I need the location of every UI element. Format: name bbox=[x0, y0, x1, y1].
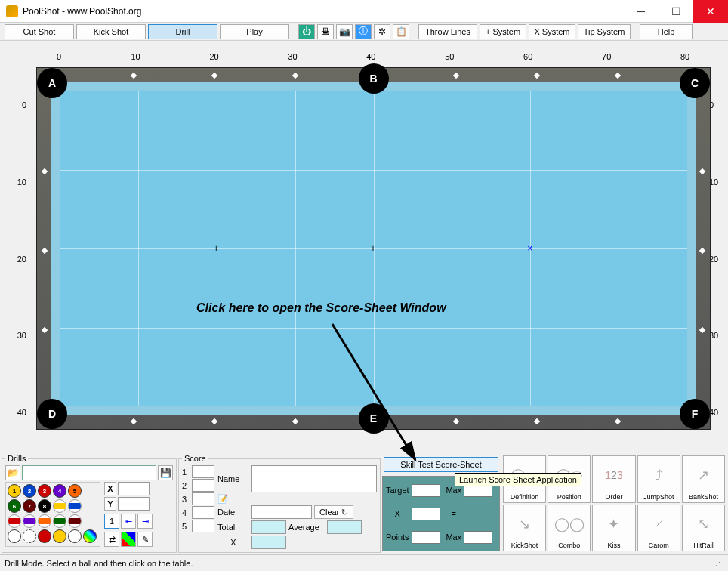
center-spot: + bbox=[371, 245, 377, 252]
help-button[interactable]: Help bbox=[640, 24, 693, 39]
total-output bbox=[251, 520, 286, 534]
skill-test-button[interactable]: Skill Test Score-Sheet bbox=[384, 457, 498, 472]
drills-panel: Drills 📂 💾 1 2 3 4 5 6 7 8 9 10 11 12 bbox=[2, 454, 177, 553]
status-text: Drill Mode. Select a ball and then click… bbox=[5, 559, 193, 568]
shot-order[interactable]: 123Order bbox=[592, 455, 635, 503]
mult-input[interactable] bbox=[412, 508, 440, 520]
ball-palette: 1 2 3 4 5 6 7 8 9 10 11 12 13 14 15 bbox=[5, 482, 100, 547]
bottom-panels: Drills 📂 💾 1 2 3 4 5 6 7 8 9 10 11 12 bbox=[0, 452, 728, 554]
ball-7[interactable]: 7 bbox=[23, 499, 36, 513]
average-output bbox=[327, 520, 362, 534]
date-input[interactable] bbox=[251, 505, 312, 519]
x-input[interactable] bbox=[118, 482, 150, 495]
drill-combo[interactable] bbox=[22, 465, 156, 480]
save-icon[interactable]: 💾 bbox=[158, 465, 173, 480]
ball-12[interactable]: 12 bbox=[23, 514, 36, 528]
resize-grip[interactable]: ⋰ bbox=[715, 558, 723, 568]
calc-grid: Target Max X = Points Max bbox=[382, 476, 500, 551]
drill-button[interactable]: Drill bbox=[148, 24, 217, 39]
print-icon[interactable]: 🖶 bbox=[317, 24, 334, 39]
ball-2[interactable]: 2 bbox=[23, 484, 36, 498]
score-1[interactable] bbox=[192, 465, 214, 478]
window-title: PoolShot - www.PoolShot.org bbox=[23, 6, 141, 17]
ball-15[interactable]: 15 bbox=[68, 514, 82, 528]
name-input[interactable] bbox=[251, 465, 377, 492]
power-icon[interactable]: ⏻ bbox=[298, 24, 315, 39]
ball-1[interactable]: 1 bbox=[8, 484, 21, 498]
ball-8[interactable]: 8 bbox=[38, 499, 51, 513]
tip-system-button[interactable]: Tip System bbox=[578, 24, 631, 39]
plus-system-button[interactable]: + System bbox=[480, 24, 526, 39]
ball-9[interactable]: 9 bbox=[53, 499, 66, 513]
ruler-left: 0 10 20 30 40 bbox=[0, 71, 30, 437]
shot-jumpshot[interactable]: ⤴JumpShot bbox=[637, 455, 680, 503]
prev-icon[interactable]: ⇤ bbox=[121, 514, 136, 529]
cut-shot-button[interactable]: Cut Shot bbox=[5, 24, 74, 39]
shot-carom[interactable]: ⟋Carom bbox=[637, 505, 680, 552]
pocket-a: A bbox=[37, 68, 67, 98]
page-num[interactable]: 1 bbox=[104, 514, 119, 529]
cue-ball[interactable] bbox=[8, 529, 21, 543]
score-2[interactable] bbox=[192, 479, 214, 492]
camera-icon[interactable]: 📷 bbox=[336, 24, 353, 39]
shots-panel: ◯→Definition ◯◌Position 123Order ⤴JumpSh… bbox=[501, 454, 726, 553]
maximize-button[interactable]: ☐ bbox=[659, 0, 693, 23]
table-area: 0 10 20 30 40 50 60 70 80 0 10 20 30 40 … bbox=[0, 41, 728, 445]
max2-input[interactable] bbox=[464, 531, 492, 544]
app-icon bbox=[6, 5, 18, 17]
edit-icon[interactable]: ✎ bbox=[137, 532, 153, 547]
kick-shot-button[interactable]: Kick Shot bbox=[76, 24, 146, 39]
notes-icon[interactable]: 📋 bbox=[393, 24, 409, 39]
ball-4[interactable]: 4 bbox=[53, 484, 66, 498]
x-output bbox=[251, 536, 286, 549]
play-button[interactable]: Play bbox=[220, 24, 289, 39]
status-bar: Drill Mode. Select a ball and then click… bbox=[0, 554, 728, 571]
shot-kiss[interactable]: ✦Kiss bbox=[592, 505, 635, 552]
clear-button[interactable]: Clear ↻ bbox=[314, 505, 353, 519]
y-input[interactable] bbox=[118, 497, 150, 511]
ball-5[interactable]: 5 bbox=[68, 484, 82, 498]
ball-3[interactable]: 3 bbox=[38, 484, 51, 498]
ghost-ball[interactable] bbox=[23, 529, 36, 543]
score-5[interactable] bbox=[192, 520, 214, 532]
settings-icon[interactable]: ✲ bbox=[374, 24, 390, 39]
pocket-e: E bbox=[359, 403, 389, 434]
target-rainbow[interactable] bbox=[83, 529, 97, 543]
target-white[interactable] bbox=[68, 529, 82, 543]
shot-bankshot[interactable]: ↗BankShot bbox=[682, 455, 725, 503]
pool-table[interactable]: + + × A B C D E F bbox=[36, 67, 711, 430]
cloth[interactable]: + + × bbox=[60, 91, 687, 406]
main-toolbar: Cut Shot Kick Shot Drill Play ⏻ 🖶 📷 ⓘ ✲ … bbox=[0, 23, 728, 41]
pocket-d: D bbox=[37, 399, 67, 429]
shot-combo[interactable]: ◯◯Combo bbox=[548, 505, 591, 552]
open-icon[interactable]: 📂 bbox=[5, 465, 20, 480]
next-icon[interactable]: ⇥ bbox=[137, 514, 153, 529]
ball-13[interactable]: 13 bbox=[38, 514, 51, 528]
shot-hitrail[interactable]: ⤡HitRail bbox=[682, 505, 725, 552]
points-input[interactable] bbox=[412, 531, 440, 544]
ball-6[interactable]: 6 bbox=[8, 499, 21, 513]
score-3[interactable] bbox=[192, 492, 214, 505]
title-bar: PoolShot - www.PoolShot.org ─ ☐ ✕ bbox=[0, 0, 728, 23]
head-spot: + bbox=[214, 245, 220, 252]
throw-lines-button[interactable]: Throw Lines bbox=[418, 24, 477, 39]
pocket-b: B bbox=[359, 63, 389, 94]
mid-panel: Skill Test Score-Sheet Launch Score Shee… bbox=[382, 454, 500, 553]
ball-10[interactable]: 10 bbox=[68, 499, 82, 513]
shot-kickshot[interactable]: ↘KickShot bbox=[503, 505, 546, 552]
info-icon[interactable]: ⓘ bbox=[355, 24, 372, 39]
x-system-button[interactable]: X System bbox=[529, 24, 575, 39]
score-4[interactable] bbox=[192, 506, 214, 519]
ball-11[interactable]: 11 bbox=[8, 514, 21, 528]
minimize-button[interactable]: ─ bbox=[624, 0, 659, 23]
target-input[interactable] bbox=[412, 484, 440, 497]
swap-icon[interactable]: ⇄ bbox=[104, 532, 119, 547]
foot-spot: × bbox=[527, 245, 533, 252]
close-button[interactable]: ✕ bbox=[693, 0, 728, 23]
score-panel: Score 1 2 3 4 5 Name 📝 DateClear ↻ Total… bbox=[178, 454, 381, 553]
pocket-f: F bbox=[680, 399, 710, 429]
target-red[interactable] bbox=[38, 529, 51, 543]
ball-14[interactable]: 14 bbox=[53, 514, 66, 528]
target-yellow[interactable] bbox=[53, 529, 66, 543]
color-icon[interactable] bbox=[121, 532, 136, 547]
